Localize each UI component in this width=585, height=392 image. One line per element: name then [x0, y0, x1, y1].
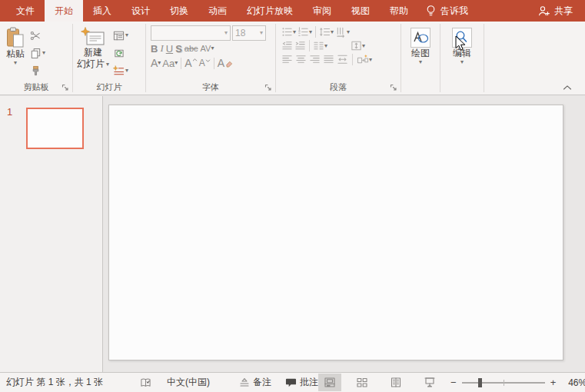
copy-button[interactable]: ▾ — [28, 45, 47, 61]
tab-slideshow[interactable]: 幻灯片放映 — [237, 0, 303, 22]
language-status-button[interactable]: 中文(中国) — [167, 376, 210, 389]
dropdown-arrow: ▾ — [125, 68, 128, 74]
tab-help[interactable]: 帮助 — [380, 0, 418, 22]
new-slide-button[interactable]: 新建 幻灯片▾ — [77, 25, 109, 70]
zoom-slider[interactable] — [462, 382, 545, 384]
find-magnifier-icon — [454, 30, 470, 45]
dropdown-arrow: ▾ — [211, 45, 214, 51]
decrease-size-label: A — [199, 58, 205, 68]
tab-transitions[interactable]: 切换 — [160, 0, 198, 22]
slideshow-view-button[interactable] — [418, 374, 441, 391]
clipboard-group-label: 剪贴板 — [24, 82, 49, 91]
normal-view-button[interactable] — [318, 374, 341, 391]
align-left-button[interactable] — [281, 54, 293, 65]
slide-indicator-text: 幻灯片 第 1 张，共 1 张 — [6, 376, 103, 389]
ribbon: 粘贴 ▾ ▾ 剪贴板 — [0, 22, 585, 95]
bold-button[interactable]: B — [151, 43, 158, 55]
columns-button[interactable]: ▾ — [313, 40, 327, 51]
drawing-icon — [412, 30, 429, 45]
paragraph-dialog-launcher[interactable] — [390, 84, 397, 91]
reading-view-button[interactable] — [384, 374, 407, 391]
strikethrough-button[interactable]: abc — [184, 44, 198, 53]
slideshow-icon — [424, 377, 436, 388]
font-name-combo[interactable]: ▾ — [151, 25, 231, 41]
tab-label: 设计 — [131, 5, 150, 18]
reset-slide-button[interactable] — [111, 45, 130, 61]
section-button[interactable]: ▾ — [111, 63, 130, 78]
dropdown-arrow: ▾ — [460, 59, 464, 65]
tab-design[interactable]: 设计 — [121, 0, 160, 22]
align-text-icon — [351, 40, 362, 51]
columns-icon — [313, 40, 324, 51]
increase-indent-button[interactable] — [294, 40, 306, 51]
slides-group-label: 幻灯片 — [97, 82, 122, 91]
collapse-ribbon-button[interactable] — [563, 85, 572, 91]
bullets-button[interactable]: ▾ — [281, 26, 296, 38]
slides-group: 新建 幻灯片▾ ▾ ▾ 幻灯片 — [73, 22, 145, 95]
character-spacing-button[interactable]: AV ▾ — [201, 44, 214, 53]
spellcheck-status-button[interactable] — [140, 377, 151, 388]
decrease-indent-button[interactable] — [281, 40, 293, 51]
dropdown-arrow: ▾ — [419, 59, 422, 65]
tab-review[interactable]: 审阅 — [303, 0, 341, 22]
slide-sorter-view-button[interactable] — [351, 374, 374, 391]
tab-file[interactable]: 文件 — [6, 0, 45, 22]
share-button[interactable]: 共享 — [526, 0, 585, 22]
tab-label: 文件 — [16, 5, 35, 18]
dropdown-arrow: ▾ — [309, 29, 312, 35]
tab-home[interactable]: 开始 — [45, 0, 83, 22]
zoom-in-button[interactable]: + — [549, 377, 558, 388]
dropdown-arrow: ▾ — [14, 60, 17, 66]
reading-view-icon — [390, 377, 402, 388]
tab-insert[interactable]: 插入 — [83, 0, 121, 22]
align-text-button[interactable]: ▾ — [351, 40, 365, 51]
tab-label: 审阅 — [313, 5, 331, 18]
numbering-button[interactable]: ▾ — [297, 26, 312, 38]
tell-me-box[interactable]: 告诉我 — [418, 0, 476, 22]
notes-icon — [239, 377, 250, 387]
clear-formatting-button[interactable]: A — [218, 57, 233, 69]
justify-button[interactable] — [323, 54, 334, 65]
tab-view[interactable]: 视图 — [341, 0, 380, 22]
format-painter-button[interactable] — [28, 63, 47, 78]
zoom-slider-tick — [504, 380, 504, 386]
underline-button[interactable]: U — [166, 43, 173, 55]
increase-font-size-button[interactable]: A — [184, 57, 197, 69]
notes-button[interactable]: 备注 — [239, 376, 271, 389]
zoom-out-button[interactable]: − — [449, 377, 458, 388]
slide-indicator[interactable]: 幻灯片 第 1 张，共 1 张 — [6, 376, 103, 389]
change-case-button[interactable]: Aa ▾ — [162, 58, 178, 69]
dropdown-arrow: ▾ — [369, 57, 372, 63]
align-right-button[interactable] — [309, 54, 321, 65]
editing-button[interactable]: 编辑 ▾ — [440, 25, 484, 65]
line-spacing-button[interactable]: ▾ — [319, 26, 334, 38]
align-center-button[interactable] — [295, 54, 307, 65]
paste-button[interactable]: 粘贴 ▾ — [5, 25, 25, 66]
distribute-button[interactable] — [337, 54, 348, 65]
italic-button[interactable]: I — [160, 42, 163, 55]
slide-thumbnail-panel: 1 — [0, 96, 103, 372]
zoom-percentage-button[interactable]: 46% — [562, 377, 585, 388]
slide-number: 1 — [7, 106, 12, 118]
slide-thumbnail[interactable] — [26, 108, 84, 149]
slide-layout-button[interactable]: ▾ — [111, 28, 130, 43]
comments-button[interactable]: 批注 — [285, 376, 318, 389]
eraser-icon — [224, 59, 233, 68]
dropdown-arrow: ▾ — [42, 50, 45, 56]
convert-smartart-button[interactable]: ▾ — [357, 54, 372, 65]
decrease-font-size-button[interactable]: A — [199, 58, 211, 68]
paragraph-group: ▾ ▾ ▾ ▾ ▾ — [276, 22, 401, 95]
text-direction-button[interactable]: ▾ — [335, 26, 350, 38]
drawing-button[interactable]: 绘图 ▾ — [401, 25, 440, 65]
clipboard-dialog-launcher[interactable] — [61, 84, 69, 91]
paragraph-group-label: 段落 — [330, 82, 347, 91]
text-shadow-button[interactable]: S — [175, 43, 182, 55]
cut-button[interactable] — [28, 28, 47, 43]
tab-animations[interactable]: 动画 — [198, 0, 237, 22]
slide-canvas[interactable] — [108, 105, 563, 360]
zoom-slider-thumb[interactable] — [478, 378, 482, 387]
dropdown-arrow: ▾ — [224, 30, 228, 36]
font-color-button[interactable]: A ▾ — [151, 57, 161, 69]
font-dialog-launcher[interactable] — [264, 84, 272, 91]
font-size-combo[interactable]: 18 ▾ — [232, 25, 266, 41]
